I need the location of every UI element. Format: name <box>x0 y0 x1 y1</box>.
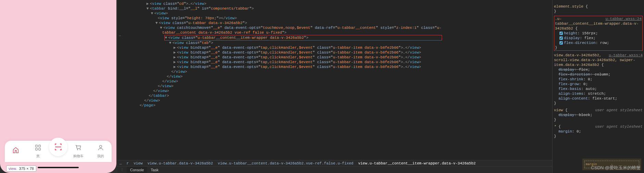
dom-close[interactable]: </view> <box>120 98 552 103</box>
tab-home[interactable] <box>5 147 27 156</box>
expand-arrow-icon[interactable]: ▶ <box>174 55 177 60</box>
tab-label: 购物车 <box>73 154 84 159</box>
phone-preview: 类 购物车 我的 view. 375 × 78 <box>0 0 116 173</box>
cart-icon <box>75 144 82 153</box>
rule-block[interactable]: user agent stylesheet * { margin: 0; } <box>554 124 643 139</box>
source-link: user agent stylesheet <box>595 108 643 113</box>
home-icon <box>12 147 20 156</box>
expand-arrow-icon[interactable]: ▶ <box>174 50 177 55</box>
dom-close[interactable]: </view> <box>120 84 552 89</box>
dom-breadcrumb[interactable]: … r view view.u-tabbar.data-v-3426a5b2 v… <box>117 160 552 166</box>
dom-node[interactable]: ▶<view bindtap="__e" data-event-opts="ta… <box>120 65 552 69</box>
collapse-arrow-icon[interactable]: ▼ <box>165 35 168 40</box>
crumb-item-current[interactable]: view.u-tabbar__content__item-wrapper.dat… <box>358 161 476 165</box>
tab-label: 类 <box>36 154 40 159</box>
collapse-arrow-icon[interactable]: ▼ <box>155 21 159 25</box>
dom-node[interactable]: ▼<tabbar bind:__l="__l" is="components/t… <box>120 6 552 11</box>
grid-icon <box>35 144 41 153</box>
crumb-item[interactable]: r <box>127 161 129 165</box>
tab-console[interactable]: Console <box>127 167 147 173</box>
dom-node[interactable]: <view style="height: 78px;"></view> <box>120 16 552 21</box>
svg-rect-0 <box>35 145 37 147</box>
dom-close[interactable]: </view> <box>120 69 552 74</box>
dom-node[interactable]: ▼<view catchtouchmove="__e" data-event-o… <box>120 25 552 30</box>
crumb-item[interactable]: view.u-tabbar__content.data-v-3426a5b2.v… <box>218 161 353 165</box>
dom-node-selected[interactable]: ▼<view class="u-tabbar__content__item-wr… <box>120 35 552 41</box>
dom-close[interactable]: </view> <box>120 74 552 79</box>
source-link[interactable]: u-tabbar.wxss:24 <box>605 16 642 21</box>
dom-node[interactable]: ▶<view bindtap="__e" data-event-opts="ta… <box>120 45 552 50</box>
scan-icon <box>54 142 63 151</box>
dom-close[interactable]: </view> <box>120 89 552 93</box>
dom-node[interactable]: ▶<view bindtap="__e" data-event-opts="ta… <box>120 50 552 55</box>
dom-node[interactable]: ▼<view class="tab"> <box>120 41 552 45</box>
dom-close[interactable]: </page> <box>120 103 552 108</box>
dom-node[interactable]: ▶<view bindtap="__e" data-event-opts="ta… <box>120 55 552 60</box>
rule-block[interactable]: u-tabbar.wxss:4 view.data-v-3426a5b2, sc… <box>554 53 643 106</box>
tab-label: 我的 <box>97 154 104 159</box>
tab-scan-fab[interactable] <box>49 138 67 156</box>
expand-arrow-icon[interactable]: ▶ <box>174 45 177 50</box>
drawer-tabs: ⋮ Console Task <box>117 166 552 173</box>
prop-toggle[interactable] <box>559 32 563 35</box>
prop-toggle[interactable] <box>559 41 563 45</box>
tab-task[interactable]: Task <box>147 167 162 173</box>
gutter-ellipsis: … <box>119 33 121 37</box>
watermark: CSDN @爱吃玉米的螃蟹 <box>591 165 641 171</box>
drag-handle-icon[interactable]: ⋮ <box>117 168 127 172</box>
dom-node-cont[interactable]: tabbar__content data-v-3426a5b2 vue-ref … <box>120 30 552 35</box>
dom-node[interactable]: ▼<view class="u-tabbar data-v-3426a5b2"> <box>120 21 552 25</box>
source-link[interactable]: u-tabbar.wxss:4 <box>609 53 643 58</box>
styles-panel[interactable]: element.style { } u-tabbar.wxss:24 .u-ta… <box>552 0 644 173</box>
dom-close[interactable]: </view> <box>120 79 552 84</box>
expand-arrow-icon[interactable]: ▶ <box>174 65 177 69</box>
svg-point-4 <box>99 145 102 148</box>
tab-profile[interactable]: 我的 <box>90 144 112 159</box>
svg-rect-1 <box>38 145 40 147</box>
user-icon <box>97 144 104 153</box>
crumb-item[interactable]: view.u-tabbar.data-v-3426a5b2 <box>148 161 213 165</box>
collapse-arrow-icon[interactable]: ▼ <box>169 41 173 45</box>
rule-block[interactable]: user agent stylesheet view { display: bl… <box>554 108 643 122</box>
tabbar: 类 购物车 我的 <box>5 141 112 162</box>
tab-category[interactable]: 类 <box>27 144 49 159</box>
svg-rect-2 <box>35 148 37 150</box>
svg-rect-3 <box>38 148 40 150</box>
home-indicator <box>38 167 79 168</box>
rule-element-style[interactable]: element.style { } <box>554 4 643 14</box>
dom-node[interactable]: ▼<view> <box>120 11 552 16</box>
rule-highlighted[interactable]: u-tabbar.wxss:24 .u-tabbar__content__ite… <box>554 16 643 51</box>
dom-node[interactable]: ▶<view bindtap="__e" data-event-opts="ta… <box>120 60 552 65</box>
tab-cart[interactable]: 购物车 <box>67 144 90 159</box>
collapse-arrow-icon[interactable]: ▼ <box>147 6 150 11</box>
element-size-tooltip: view. 375 × 78 <box>6 165 36 172</box>
expand-arrow-icon[interactable]: ▶ <box>147 1 150 6</box>
expand-arrow-icon[interactable]: ▶ <box>174 60 177 65</box>
prop-toggle[interactable] <box>559 36 563 40</box>
crumb-item[interactable]: … <box>119 161 122 165</box>
dom-close[interactable]: </tabbar> <box>120 93 552 98</box>
dom-node[interactable]: ▶<view class="cd">…</view> <box>120 1 552 6</box>
crumb-item[interactable]: view <box>134 161 142 165</box>
dom-elements-panel[interactable]: … ▶<view class="cd">…</view> ▼<tabbar bi… <box>117 0 552 173</box>
collapse-arrow-icon[interactable]: ▼ <box>160 25 163 30</box>
collapse-arrow-icon[interactable]: ▼ <box>151 11 154 16</box>
source-link: user agent stylesheet <box>595 124 643 129</box>
